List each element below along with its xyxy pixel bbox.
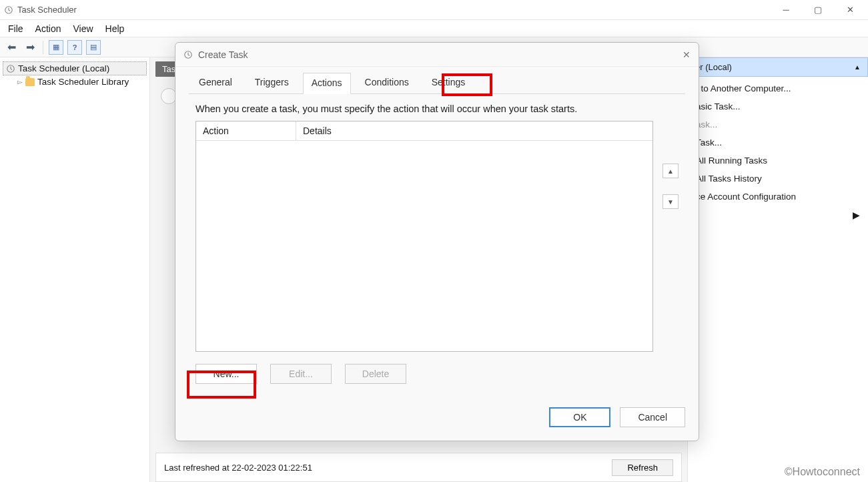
menu-action[interactable]: Action xyxy=(35,23,61,34)
toolbar-refresh-button[interactable]: ▤ xyxy=(86,40,101,55)
cancel-button[interactable]: Cancel xyxy=(620,407,685,427)
action-item[interactable]: ask... xyxy=(688,115,868,134)
refresh-button[interactable]: Refresh xyxy=(612,459,673,476)
tab-actions[interactable]: Actions xyxy=(303,73,351,94)
menu-help[interactable]: Help xyxy=(105,23,125,34)
action-item[interactable]: All Tasks History xyxy=(688,170,868,188)
clock-icon xyxy=(4,5,13,15)
action-item[interactable]: ce Account Configuration xyxy=(688,188,868,206)
column-header-details[interactable]: Details xyxy=(296,122,653,140)
right-pane: er (Local) ▲ t to Another Computer... as… xyxy=(688,57,868,482)
toolbar-grid-button[interactable]: ▦ xyxy=(49,40,63,55)
statusbar: Last refreshed at 22-02-2023 01:22:51 Re… xyxy=(155,453,682,482)
watermark: ©Howtoconnect xyxy=(785,466,860,478)
move-down-button[interactable]: ▼ xyxy=(663,194,679,209)
left-pane: Task Scheduler (Local) ▻ Task Scheduler … xyxy=(0,57,150,482)
action-item-label: ce Account Configuration xyxy=(696,192,796,202)
toolbar-separator xyxy=(43,41,43,54)
action-item-label: Task... xyxy=(696,138,722,148)
action-item-more[interactable]: ▶ xyxy=(688,206,868,224)
app-title: Task Scheduler xyxy=(17,5,77,15)
tree-library-label: Task Scheduler Library xyxy=(37,77,129,87)
column-header-action[interactable]: Action xyxy=(196,122,296,140)
action-item-label: t to Another Computer... xyxy=(696,83,791,93)
tab-settings[interactable]: Settings xyxy=(423,72,474,93)
tab-general[interactable]: General xyxy=(190,72,241,93)
menubar: File Action View Help xyxy=(0,20,868,37)
action-item-label: asic Task... xyxy=(696,101,741,111)
new-button[interactable]: New... xyxy=(195,364,257,384)
nav-forward-button[interactable]: ➡ xyxy=(23,40,37,55)
tab-hint: When you create a task, you must specify… xyxy=(189,94,685,121)
ok-button[interactable]: OK xyxy=(549,407,610,427)
dialog-title: Create Task xyxy=(198,49,248,60)
collapse-icon: ▲ xyxy=(854,63,861,71)
tab-conditions[interactable]: Conditions xyxy=(356,72,418,93)
window-close-button[interactable]: ✕ xyxy=(840,5,860,15)
window-maximize-button[interactable]: ▢ xyxy=(808,5,828,15)
action-item-label: All Tasks History xyxy=(696,174,762,184)
menu-view[interactable]: View xyxy=(73,23,93,34)
chevron-right-icon: ▶ xyxy=(853,210,860,220)
clock-icon xyxy=(183,50,193,59)
move-up-button[interactable]: ▲ xyxy=(663,164,679,178)
delete-button[interactable]: Delete xyxy=(345,364,406,384)
menu-file[interactable]: File xyxy=(8,23,23,34)
actions-table[interactable]: Action Details xyxy=(195,121,653,352)
titlebar: Task Scheduler ─ ▢ ✕ xyxy=(0,0,868,20)
tree-item-library[interactable]: ▻ Task Scheduler Library xyxy=(15,75,147,88)
right-pane-header[interactable]: er (Local) ▲ xyxy=(688,57,868,77)
window-minimize-button[interactable]: ─ xyxy=(776,5,796,15)
dialog-titlebar: Create Task ✕ xyxy=(175,43,699,67)
dialog-close-button[interactable]: ✕ xyxy=(683,49,691,60)
nav-back-button[interactable]: ⬅ xyxy=(4,40,19,55)
folder-icon xyxy=(25,78,35,86)
tree-root-label: Task Scheduler (Local) xyxy=(18,63,109,73)
actions-list: t to Another Computer... asic Task... as… xyxy=(688,77,868,227)
action-item[interactable]: All Running Tasks xyxy=(688,152,868,170)
action-item[interactable]: asic Task... xyxy=(688,97,868,115)
dialog-footer: OK Cancel xyxy=(175,401,699,441)
right-pane-header-label: er (Local) xyxy=(695,62,732,72)
create-task-dialog: Create Task ✕ General Triggers Actions C… xyxy=(175,42,699,441)
status-text: Last refreshed at 22-02-2023 01:22:51 xyxy=(164,463,312,473)
edit-button[interactable]: Edit... xyxy=(270,364,332,384)
toolbar-help-button[interactable]: ? xyxy=(67,40,82,55)
action-item[interactable]: Task... xyxy=(688,134,868,152)
action-item[interactable]: t to Another Computer... xyxy=(688,79,868,97)
action-item-label: All Running Tasks xyxy=(696,156,767,166)
tab-triggers[interactable]: Triggers xyxy=(246,72,298,93)
clock-icon xyxy=(6,64,15,73)
tabstrip: General Triggers Actions Conditions Sett… xyxy=(189,72,685,94)
tree-root[interactable]: Task Scheduler (Local) xyxy=(3,61,147,75)
